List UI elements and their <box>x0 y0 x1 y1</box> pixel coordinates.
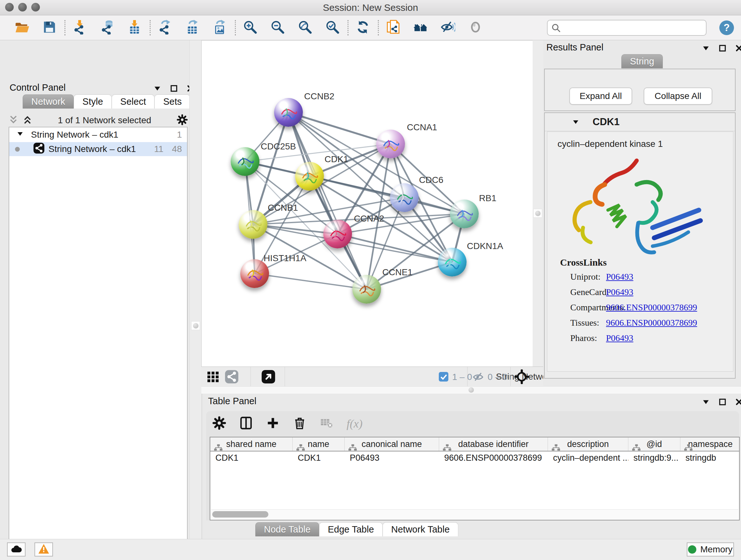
create-column-icon[interactable] <box>266 416 280 431</box>
refresh-button[interactable] <box>355 20 371 36</box>
network-node-cdc25b[interactable] <box>231 147 259 176</box>
right-vertical-splitter[interactable] <box>532 40 544 386</box>
network-node-cdkn1a[interactable] <box>438 248 467 276</box>
right-splitter-handle[interactable] <box>533 209 542 218</box>
crosslink-link[interactable]: P06493 <box>606 287 633 297</box>
cell-canonical-name[interactable]: P06493 <box>345 451 439 465</box>
import-network-database-button[interactable] <box>99 20 115 36</box>
expand-all-networks-icon[interactable] <box>23 115 32 126</box>
left-splitter-handle[interactable] <box>191 321 200 330</box>
network-collection-row[interactable]: String Network – cdk1 1 <box>9 127 187 142</box>
column-header-@id[interactable]: @id <box>628 437 680 451</box>
hide-glyphs-button[interactable] <box>440 20 456 36</box>
inactive-eye-button[interactable] <box>468 20 483 36</box>
protein-ribbon-motif-icon <box>390 183 419 212</box>
open-session-button[interactable] <box>14 20 30 36</box>
tab-node-table[interactable]: Node Table <box>255 522 319 537</box>
fit-selected-crosshair-icon[interactable] <box>515 369 529 385</box>
birds-eye-view-icon[interactable] <box>261 369 276 385</box>
horizontal-splitter-handle[interactable] <box>467 386 475 394</box>
tab-network-table[interactable]: Network Table <box>383 522 458 537</box>
network-share-view-icon[interactable] <box>225 370 239 385</box>
float-panel-icon[interactable] <box>718 44 727 54</box>
import-network-file-button[interactable] <box>72 20 88 36</box>
crosslink-link[interactable]: P06493 <box>606 272 633 282</box>
left-vertical-splitter[interactable] <box>189 40 202 539</box>
table-row[interactable]: CDK1CDK1P064939606.ENSP00000378699cyclin… <box>210 451 739 465</box>
cell-@id[interactable]: stringdb:9... <box>628 451 680 465</box>
export-image-button[interactable] <box>212 20 228 36</box>
grid-view-icon[interactable] <box>207 370 219 384</box>
zoom-fit-button[interactable] <box>297 20 313 36</box>
cell-shared-name[interactable]: CDK1 <box>210 451 293 465</box>
network-row-selected[interactable]: String Network – cdk1 11 48 <box>9 142 187 156</box>
collapse-all-networks-icon[interactable] <box>9 115 18 126</box>
import-table-button[interactable] <box>127 20 143 36</box>
zoom-in-button[interactable] <box>242 20 258 36</box>
close-panel-icon[interactable] <box>735 398 741 408</box>
crosslink-link[interactable]: 9606.ENSP00000378699 <box>606 302 697 313</box>
show-columns-icon[interactable] <box>239 416 253 431</box>
column-header-description[interactable]: description <box>548 437 628 451</box>
collapse-all-button[interactable]: Collapse All <box>644 87 712 105</box>
collapse-panel-icon[interactable] <box>702 398 710 408</box>
network-edges <box>202 41 533 367</box>
network-node-cdc6[interactable] <box>390 183 419 212</box>
tab-edge-table[interactable]: Edge Table <box>319 522 383 537</box>
home-button[interactable] <box>413 20 428 36</box>
zoom-out-button[interactable] <box>270 20 286 36</box>
network-node-cdk1[interactable] <box>295 162 324 191</box>
export-table-button[interactable] <box>185 20 200 36</box>
column-header-name[interactable]: name <box>293 437 345 451</box>
cell-name[interactable]: CDK1 <box>293 451 345 465</box>
tab-style[interactable]: Style <box>74 95 111 109</box>
crosslink-link[interactable]: 9606.ENSP00000378699 <box>606 318 697 328</box>
network-node-rb1[interactable] <box>450 199 479 228</box>
column-header-database-identifier[interactable]: database identifier <box>439 437 548 451</box>
help-button[interactable]: ? <box>719 20 735 36</box>
network-node-ccnb2[interactable] <box>274 98 303 127</box>
cell-description[interactable]: cyclin–dependent ... <box>548 451 628 465</box>
column-header-shared-name[interactable]: shared name <box>210 437 293 451</box>
collapse-panel-icon[interactable] <box>702 44 710 54</box>
collapse-panel-icon[interactable] <box>153 84 161 94</box>
gene-disclosure-triangle-icon[interactable] <box>572 118 580 127</box>
tab-network[interactable]: Network <box>23 95 74 109</box>
network-node-hist1h1a[interactable] <box>240 259 269 288</box>
tab-select[interactable]: Select <box>112 95 155 109</box>
cell-database-identifier[interactable]: 9606.ENSP00000378699 <box>439 451 548 465</box>
table-horizontal-scrollbar[interactable] <box>211 509 738 519</box>
network-node-ccna1[interactable] <box>376 130 405 159</box>
float-panel-icon[interactable] <box>170 84 178 94</box>
warning-status-button[interactable] <box>35 543 53 557</box>
network-node-ccne1[interactable] <box>352 275 381 304</box>
save-session-button[interactable] <box>42 20 57 36</box>
tab-sets[interactable]: Sets <box>154 95 190 109</box>
scrollbar-thumb[interactable] <box>212 511 268 517</box>
search-input[interactable] <box>547 20 706 36</box>
close-panel-icon[interactable] <box>735 44 741 54</box>
gene-header-row[interactable]: CDK1 <box>545 113 735 131</box>
export-network-button[interactable] <box>157 20 173 36</box>
memory-button[interactable]: Memory <box>687 543 734 557</box>
horizontal-splitter[interactable] <box>201 386 741 394</box>
network-node-ccnb1[interactable] <box>239 210 267 239</box>
cell-namespace[interactable]: stringdb <box>680 451 740 465</box>
network-node-ccna2[interactable] <box>323 220 352 248</box>
float-panel-icon[interactable] <box>718 398 727 408</box>
table-options-gear-icon[interactable] <box>212 416 226 431</box>
string-document-button[interactable] <box>385 20 401 36</box>
crosslink-link[interactable]: P06493 <box>606 333 633 343</box>
delete-column-trash-icon[interactable] <box>293 416 307 431</box>
cloud-status-button[interactable] <box>7 543 25 557</box>
column-header-namespace[interactable]: namespace <box>680 437 740 451</box>
control-panel: Control Panel NetworkStyleSelectSets 1 o… <box>0 40 189 539</box>
expand-all-button[interactable]: Expand All <box>569 87 632 105</box>
zoom-selected-button[interactable] <box>325 20 340 36</box>
tab-string[interactable]: String <box>621 54 663 68</box>
disclosure-triangle-icon[interactable] <box>16 130 24 140</box>
network-view-canvas[interactable]: CCNB2 CCNA1 CDC25B CDK1 CDC6 RB1 <box>201 40 533 367</box>
selected-checkbox-icon[interactable] <box>439 372 449 383</box>
column-header-canonical-name[interactable]: canonical name <box>345 437 439 451</box>
network-options-gear-icon[interactable] <box>177 114 188 126</box>
